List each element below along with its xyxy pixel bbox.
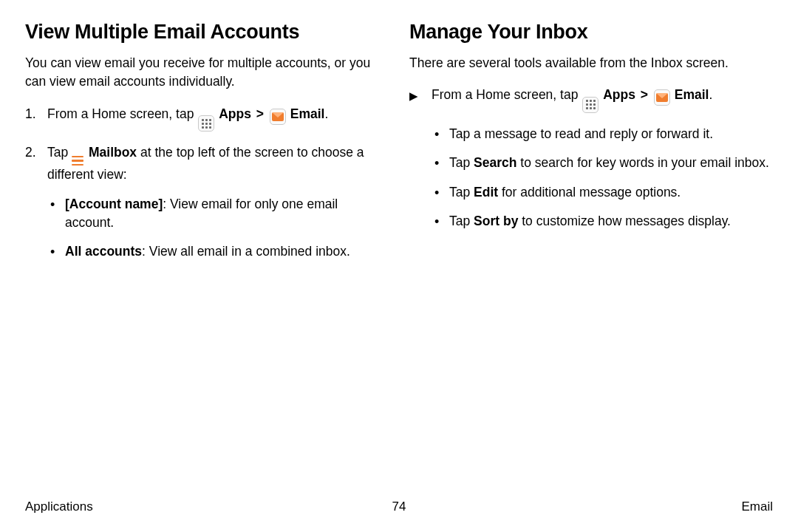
sub-account-name: [Account name]: View email for only one …: [47, 195, 389, 233]
apps-icon: [198, 115, 214, 132]
arrow-right-icon: ▶: [409, 86, 432, 104]
step2-text-pre: Tap: [47, 145, 72, 160]
footer-page-number: 74: [392, 499, 406, 514]
apps-label: Apps: [603, 87, 635, 102]
all-accounts-rest: : View all email in a combined inbox.: [142, 244, 350, 259]
steps-list-left: From a Home screen, tap Apps > Email. Ta…: [25, 105, 389, 262]
period: .: [709, 87, 712, 102]
period: .: [324, 106, 328, 121]
bullet-edit: Tap Edit for additional message options.: [432, 183, 773, 202]
apps-icon: [582, 97, 598, 113]
b2-post: to search for key words in your email in…: [516, 155, 768, 170]
intro-right: There are several tools available from t…: [409, 54, 773, 72]
chevron-right-icon: >: [641, 87, 648, 102]
apps-label: Apps: [219, 106, 251, 121]
left-column: View Multiple Email Accounts You can vie…: [25, 21, 389, 273]
b3-post: for additional message options.: [498, 185, 681, 200]
sub-list-left: [Account name]: View email for only one …: [47, 195, 389, 262]
bullet-read-reply: Tap a message to read and reply or forwa…: [432, 125, 773, 143]
heading-view-multiple: View Multiple Email Accounts: [25, 21, 389, 44]
footer-right: Email: [741, 499, 773, 514]
account-name-bold: [Account name]: [65, 197, 163, 211]
b4-post: to customize how messages display.: [518, 214, 731, 228]
right-column: Manage Your Inbox There are several tool…: [409, 21, 773, 273]
b2-pre: Tap: [449, 155, 474, 170]
intro-left: You can view email you receive for multi…: [25, 54, 389, 92]
step-1: From a Home screen, tap Apps > Email.: [25, 105, 389, 132]
chevron-right-icon: >: [256, 106, 264, 121]
arrow-content: From a Home screen, tap Apps > Email. Ta…: [432, 86, 773, 241]
email-label: Email: [675, 87, 709, 102]
b3-bold: Edit: [474, 185, 498, 200]
b4-bold: Sort by: [474, 214, 518, 228]
rstep-pre: From a Home screen, tap: [432, 87, 582, 102]
bullet-search: Tap Search to search for key words in yo…: [432, 154, 773, 172]
arrow-step: ▶ From a Home screen, tap Apps > Email. …: [409, 86, 773, 241]
step1-text-pre: From a Home screen, tap: [47, 106, 197, 121]
email-icon: [270, 109, 286, 125]
bullet-sortby: Tap Sort by to customize how messages di…: [432, 212, 773, 231]
mailbox-label: Mailbox: [89, 145, 137, 160]
all-accounts-bold: All accounts: [65, 244, 142, 259]
email-icon: [654, 89, 670, 106]
footer-left: Applications: [25, 499, 93, 514]
b4-pre: Tap: [449, 214, 474, 228]
sub-list-right: Tap a message to read and reply or forwa…: [432, 125, 773, 231]
page-footer: Applications 74 Email: [25, 499, 773, 514]
menu-icon: [72, 156, 83, 166]
step-2: Tap Mailbox at the top left of the scree…: [25, 143, 389, 262]
email-label: Email: [290, 106, 325, 121]
b3-pre: Tap: [449, 185, 474, 200]
sub-all-accounts: All accounts: View all email in a combin…: [47, 242, 389, 261]
heading-manage-inbox: Manage Your Inbox: [409, 21, 773, 44]
b2-bold: Search: [474, 155, 516, 170]
